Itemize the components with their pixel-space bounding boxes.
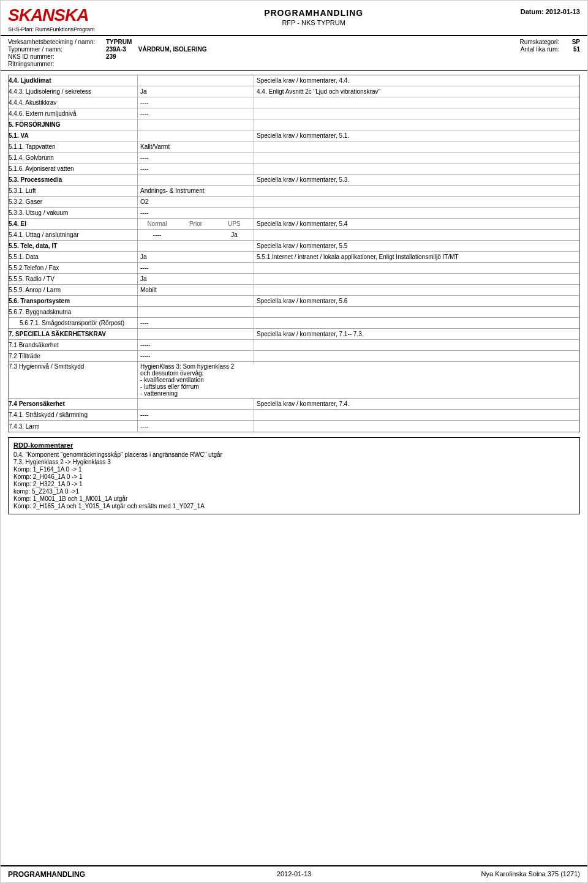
meta-label-ritning: Ritningsnummer: xyxy=(8,61,106,67)
s541-label: 5.4.1. Uttag / anslutningar xyxy=(9,230,137,240)
s443-special: 4.4. Enligt Avsnitt 2c "Ljud och vibrati… xyxy=(254,86,579,97)
s44-header-special: Speciella krav / kommentarer, 4.4. xyxy=(254,75,579,86)
shs-plan-label: SHS-Plan: RumsFunktionsProgram xyxy=(8,26,95,32)
el-prior-col-header: Prior xyxy=(176,219,215,228)
row-s551: 5.5.1. Data Ja 5.5.1.Internet / intranet… xyxy=(9,252,579,263)
s555-value: Ja xyxy=(137,274,254,284)
row-s56-header: 5.6. Transportsystem Speciella krav / ko… xyxy=(9,296,579,307)
s51-header-value xyxy=(137,130,254,141)
s7-header-special: Speciella krav / kommentarer, 7.1-- 7.3. xyxy=(254,329,579,339)
footer-center: 2012-01-13 xyxy=(198,870,389,879)
s55-header-value xyxy=(137,241,254,251)
s532-label: 5.3.2. Gaser xyxy=(9,197,137,207)
s533-value: ---- xyxy=(137,208,254,218)
s531-special xyxy=(254,186,579,196)
s443-label: 4.4.3. Ljudisolering / sekretess xyxy=(9,86,137,97)
meta-row-typnummer: Typnummer / namn: 239A-3 VÅRDRUM, ISOLER… xyxy=(8,46,520,53)
s541-ups: Ja xyxy=(215,230,254,239)
s531-value: Andnings- & Instrument xyxy=(137,186,254,196)
s444-label: 4.4.4. Akustikkrav xyxy=(9,97,137,108)
row-s516: 5.1.6. Avjoniserat vatten ---- xyxy=(9,163,579,175)
s541-normal: ---- xyxy=(138,230,176,239)
s51-header-special: Speciella krav / kommentarer, 5.1. xyxy=(254,130,579,141)
s44-header-value xyxy=(137,75,254,86)
meta-info: Verksamhetsbeteckning / namn: TYPRUM Typ… xyxy=(1,36,587,71)
rdd-line-4: Komp: 2_H322_1A 0 -> 1 xyxy=(13,481,575,487)
s555-special xyxy=(254,274,579,284)
row-s741: 7.4.1. Strålskydd / skärmning ---- xyxy=(9,410,579,421)
row-s567: 5.6.7. Byggnadsknutna xyxy=(9,307,579,318)
s443-value: Ja xyxy=(137,86,254,97)
meta-value-verksamhet: TYPRUM xyxy=(106,39,132,45)
row-s51-header: 5.1. VA Speciella krav / kommentarer, 5.… xyxy=(9,130,579,141)
s551-special: 5.5.1.Internet / intranet / lokala appli… xyxy=(254,252,579,262)
row-s44-header: 4.4. Ljudklimat Speciella krav / komment… xyxy=(9,75,579,86)
s53-header-special: Speciella krav / kommentarer, 5.3. xyxy=(254,175,579,185)
s5671-special xyxy=(254,318,579,328)
s71-label: 7.1 Brandsäkerhet xyxy=(9,340,137,350)
row-s743: 7.4.3. Larm ---- xyxy=(9,421,579,432)
row-s53-header: 5.3. Processmedia Speciella krav / komme… xyxy=(9,175,579,186)
s532-value: O2 xyxy=(137,197,254,207)
s552-label: 5.5.2.Telefon / Fax xyxy=(9,263,137,273)
page-header: SKANSKA SHS-Plan: RumsFunktionsProgram P… xyxy=(1,1,587,36)
datum-label-text: Datum: xyxy=(521,8,544,15)
s743-value: ---- xyxy=(137,421,254,432)
s516-special xyxy=(254,163,579,174)
s71-special xyxy=(254,340,579,350)
header-right: Datum: 2012-01-13 xyxy=(521,6,580,15)
s511-value: Kallt/Varmt xyxy=(137,141,254,152)
row-s552: 5.5.2.Telefon / Fax ---- xyxy=(9,263,579,274)
meta-right: Rumskategori: SP Antal lika rum: 51 xyxy=(520,39,580,68)
rdd-line-3: Komp: 2_H046_1A 0 -> 1 xyxy=(13,473,575,480)
skanska-logo: SKANSKA xyxy=(8,6,95,25)
rdd-line-0: 0.4. "Komponent "genomräckningsskåp" pla… xyxy=(13,451,575,458)
row-s444: 4.4.4. Akustikkrav ---- xyxy=(9,97,579,108)
s56-header-value xyxy=(137,296,254,306)
s559-special xyxy=(254,285,579,295)
s555-label: 5.5.5. Radio / TV xyxy=(9,274,137,284)
meta-left: Verksamhetsbeteckning / namn: TYPRUM Typ… xyxy=(8,39,520,68)
row-s532: 5.3.2. Gaser O2 xyxy=(9,197,579,208)
meta-right-value-kategori: SP xyxy=(562,39,580,45)
s73-special xyxy=(254,362,579,364)
row-s73: 7.3 Hygiennivå / Smittskydd HygienKlass … xyxy=(9,362,579,399)
s53-header-label: 5.3. Processmedia xyxy=(9,175,137,185)
row-s511: 5.1.1. Tappvatten Kallt/Varmt xyxy=(9,141,579,152)
row-s559: 5.5.9. Anrop / Larm Mobilt xyxy=(9,285,579,296)
meta-row-nks: NKS ID nummer: 239 xyxy=(8,53,520,60)
el-ups-col-header: UPS xyxy=(215,219,254,228)
s514-label: 5.1.4. Golvbrunn xyxy=(9,152,137,163)
row-s514: 5.1.4. Golvbrunn ---- xyxy=(9,152,579,163)
s73-value: HygienKlass 3: Som hygienklass 2och dess… xyxy=(137,362,254,398)
meta-right-label-antal: Antal lika rum: xyxy=(521,46,559,53)
meta-label-nks: NKS ID nummer: xyxy=(8,53,106,60)
header-center: PROGRAMHANDLING RFP - NKS TYPRUM xyxy=(107,6,521,26)
s72-value: ----- xyxy=(137,351,254,361)
row-s5671: 5.6.7.1. Smågodstransportör (Rörpost) --… xyxy=(9,318,579,329)
s514-special xyxy=(254,152,579,163)
doc-title-main: PROGRAMHANDLING xyxy=(107,8,521,18)
s531-label: 5.3.1. Luft xyxy=(9,186,137,196)
row-s555: 5.5.5. Radio / TV Ja xyxy=(9,274,579,285)
s741-label: 7.4.1. Strålskydd / skärmning xyxy=(9,410,137,420)
s5-header-label: 5. FÖRSÖRJNING xyxy=(9,119,137,130)
s55-header-special: Speciella krav / kommentarer, 5.5 xyxy=(254,241,579,251)
row-s533: 5.3.3. Utsug / vakuum ---- xyxy=(9,208,579,219)
meta-label-typnummer: Typnummer / namn: xyxy=(8,46,106,53)
s743-label: 7.4.3. Larm xyxy=(9,421,137,432)
s446-label: 4.4.6. Extern rumljudnivå xyxy=(9,108,137,119)
meta-right-value-antal: 51 xyxy=(562,46,580,53)
s541-cols: ---- Ja xyxy=(137,230,254,240)
s53-header-value xyxy=(137,175,254,185)
row-s54-header: 5.4. El Normal Prior UPS Speciella krav … xyxy=(9,219,579,230)
s514-value: ---- xyxy=(137,152,254,163)
s5671-value: ---- xyxy=(137,318,254,328)
el-normal-col-header: Normal xyxy=(138,219,176,228)
s533-label: 5.3.3. Utsug / vakuum xyxy=(9,208,137,218)
s552-value: ---- xyxy=(137,263,254,273)
s74-header-label: 7.4 Personsäkerhet xyxy=(9,399,137,409)
s72-label: 7.2 Tillträde xyxy=(9,351,137,361)
logo-section: SKANSKA SHS-Plan: RumsFunktionsProgram xyxy=(8,6,95,32)
s552-special xyxy=(254,263,579,273)
